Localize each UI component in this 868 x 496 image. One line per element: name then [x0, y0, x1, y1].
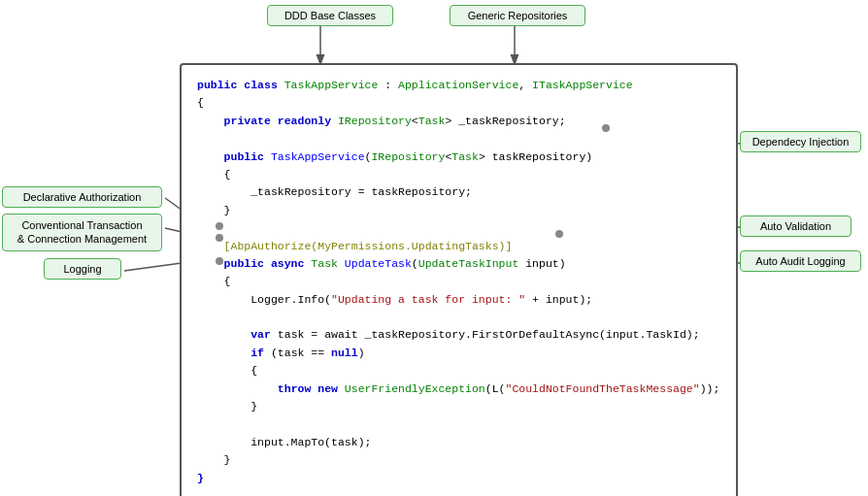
- code-line-19: }: [197, 398, 720, 415]
- code-line-23: }: [197, 470, 720, 487]
- code-line-21: input.MapTo(task);: [197, 434, 720, 451]
- code-line-16: if (task == null): [197, 345, 720, 362]
- dot-dependency: [602, 124, 610, 132]
- label-dependency-injection: Dependecy Injection: [740, 131, 861, 152]
- code-line-9: [197, 219, 720, 237]
- code-line-2: {: [197, 94, 720, 112]
- label-declarative-auth: Declarative Authorization: [2, 186, 162, 208]
- code-line-1: public class TaskAppService : Applicatio…: [197, 77, 720, 94]
- code-box: public class TaskAppService : Applicatio…: [180, 63, 738, 496]
- label-auto-validation: Auto Validation: [740, 215, 851, 237]
- label-auto-audit: Auto Audit Logging: [740, 250, 861, 272]
- code-line-22: }: [197, 451, 720, 469]
- code-line-5: public TaskAppService(IRepository<Task> …: [197, 149, 720, 166]
- code-line-14: [197, 309, 720, 326]
- label-logging: Logging: [44, 258, 121, 280]
- code-line-12: {: [197, 273, 720, 290]
- dot-logging: [216, 257, 223, 265]
- code-line-6: {: [197, 166, 720, 183]
- code-line-10: [AbpAuthorize(MyPermissions.UpdatingTask…: [197, 238, 720, 255]
- code-line-8: }: [197, 202, 720, 219]
- dot-auth: [216, 222, 223, 230]
- code-line-20: [197, 415, 720, 433]
- diagram-container: DDD Base Classes Generic Repositories De…: [0, 0, 868, 496]
- code-line-18: throw new UserFriendlyException(L("Could…: [197, 380, 720, 398]
- code-line-3: private readonly IRepository<Task> _task…: [197, 113, 720, 130]
- label-ddd-base: DDD Base Classes: [267, 5, 393, 26]
- dot-transaction: [216, 234, 223, 242]
- label-generic-repo: Generic Repositories: [450, 5, 585, 26]
- code-line-15: var task = await _taskRepository.FirstOr…: [197, 326, 720, 344]
- label-conventional-transaction: Conventional Transaction& Connection Man…: [2, 214, 162, 251]
- code-line-7: _taskRepository = taskRepository;: [197, 183, 720, 201]
- code-line-11: public async Task UpdateTask(UpdateTaskI…: [197, 255, 720, 273]
- code-line-13: Logger.Info("Updating a task for input: …: [197, 291, 720, 309]
- code-line-4: [197, 130, 720, 148]
- code-line-17: {: [197, 362, 720, 380]
- dot-validation: [555, 230, 563, 238]
